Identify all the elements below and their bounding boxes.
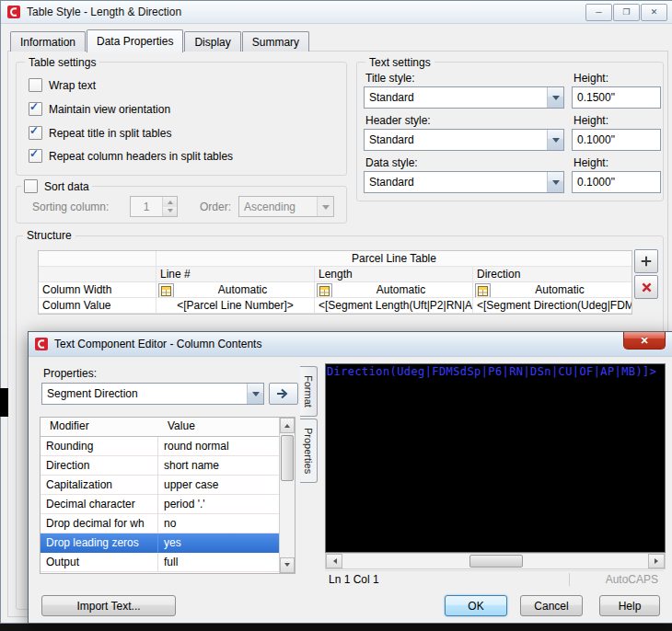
spin-up-icon[interactable] — [163, 197, 177, 207]
column-value-cell[interactable]: <[Segment Length(Uft|P2|RN|A... — [315, 298, 473, 314]
spinner-value: 1 — [131, 197, 162, 216]
tab-properties[interactable]: Properties — [300, 419, 318, 483]
scroll-down-icon[interactable] — [280, 557, 295, 573]
column-value-cell[interactable]: <[Segment Direction(Udeg|FDM... — [473, 298, 631, 314]
arrow-right-icon — [276, 388, 291, 399]
table-row[interactable]: Capitalization upper case — [41, 476, 280, 495]
modifier-cell: Direction — [41, 456, 158, 476]
minimize-button[interactable]: ─ — [585, 4, 612, 21]
scroll-track[interactable] — [280, 433, 295, 557]
value-cell[interactable]: no — [158, 514, 280, 533]
sorting-column-label: Sorting column: — [32, 201, 109, 213]
checkbox-label: Sort data — [44, 180, 89, 193]
tab-information[interactable]: Information — [10, 31, 86, 52]
column-width-picker-button[interactable] — [317, 283, 332, 298]
editor-close-button[interactable]: ✕ — [623, 332, 666, 350]
order-select[interactable]: Ascending — [238, 196, 334, 217]
checkbox-box — [29, 78, 42, 92]
scroll-up-icon[interactable] — [280, 418, 295, 433]
table-row[interactable]: Drop decimal for wh no — [41, 514, 280, 533]
help-button[interactable]: Help — [599, 595, 660, 616]
insert-property-button[interactable] — [269, 383, 298, 405]
checkbox-repeat-title[interactable]: Repeat title in split tables — [29, 126, 171, 140]
plus-icon — [640, 255, 653, 268]
tab-data-properties[interactable]: Data Properties — [87, 29, 183, 52]
value-cell[interactable]: short name — [158, 456, 280, 476]
table-header-row: Line # Length Direction — [39, 267, 631, 282]
column-width-cell[interactable]: Automatic — [156, 282, 315, 298]
vertical-scrollbar[interactable] — [279, 418, 295, 573]
editor-title: Text Component Editor - Column Contents — [54, 338, 261, 350]
value-cell[interactable]: yes — [158, 533, 280, 553]
side-tab-strip: Format Properties — [300, 366, 318, 483]
title-height-input[interactable] — [572, 86, 661, 109]
table-title-cell: Parcel Line Table — [156, 251, 631, 267]
horizontal-scrollbar[interactable] — [325, 553, 666, 569]
combo-value: Standard — [365, 172, 547, 192]
checkbox-wrap-text[interactable]: Wrap text — [29, 78, 96, 92]
scroll-thumb[interactable] — [469, 555, 523, 568]
text-component-editor-dialog: Text Component Editor - Column Contents … — [28, 331, 672, 624]
checkbox-maintain-view-orientation[interactable]: Maintain view orientation — [29, 102, 170, 116]
table-row[interactable]: Output full — [41, 553, 280, 572]
modifier-cell: Rounding — [41, 437, 158, 456]
data-style-label: Data style: — [365, 156, 418, 169]
checkbox-sort-data[interactable]: Sort data — [21, 179, 92, 193]
chevron-down-icon — [247, 384, 263, 404]
header-style-select[interactable]: Standard — [364, 129, 564, 151]
value-cell[interactable]: full — [158, 553, 280, 572]
table-row-selected[interactable]: Drop leading zeros yes — [41, 533, 280, 553]
tab-format[interactable]: Format — [300, 366, 318, 417]
data-style-select[interactable]: Standard — [364, 171, 564, 193]
value-cell[interactable]: upper case — [158, 476, 280, 495]
scroll-right-icon[interactable] — [648, 554, 665, 568]
column-width-cell[interactable]: Automatic — [315, 282, 473, 298]
modifier-table-header: Modifier Value — [41, 418, 280, 437]
properties-select[interactable]: Segment Direction — [41, 383, 264, 405]
column-header-line[interactable]: Line # — [156, 267, 315, 282]
cell-value: Automatic — [535, 283, 584, 296]
column-width-cell[interactable]: Automatic — [473, 282, 631, 298]
column-width-picker-button[interactable] — [158, 283, 174, 298]
sorting-column-spinner[interactable]: 1 — [130, 196, 178, 217]
column-header-direction[interactable]: Direction — [473, 267, 631, 282]
tab-display[interactable]: Display — [184, 31, 240, 52]
column-value-cell[interactable]: <[Parcel Line Number]> — [156, 298, 315, 314]
tab-summary[interactable]: Summary — [242, 31, 309, 52]
checkbox-repeat-column-headers[interactable]: Repeat column headers in split tables — [29, 149, 233, 163]
combo-value: Segment Direction — [42, 384, 247, 404]
checkbox-label: Maintain view orientation — [49, 103, 170, 116]
window-title: Table Style - Length & Direction — [27, 6, 181, 18]
editor-titlebar[interactable]: Text Component Editor - Column Contents — [29, 332, 672, 357]
title-style-select[interactable]: Standard — [364, 86, 564, 109]
checkbox-label: Wrap text — [49, 79, 96, 92]
scroll-left-icon[interactable] — [326, 554, 342, 568]
cancel-button[interactable]: Cancel — [520, 595, 583, 616]
header-height-label: Height: — [574, 114, 608, 127]
autocaps-indicator[interactable]: AutoCAPS — [569, 573, 664, 586]
close-button[interactable]: ✕ — [641, 4, 667, 21]
add-column-button[interactable] — [634, 249, 658, 273]
checkbox-label: Repeat column headers in split tables — [49, 150, 233, 163]
maximize-button[interactable]: ❐ — [613, 4, 640, 21]
ok-button[interactable]: OK — [445, 595, 507, 616]
table-row[interactable]: Decimal character period '.' — [41, 495, 280, 514]
import-text-button[interactable]: Import Text... — [41, 595, 176, 616]
table-style-titlebar[interactable]: Table Style - Length & Direction ─ ❐ ✕ — [1, 1, 672, 24]
scroll-track[interactable] — [342, 554, 648, 568]
header-height-input[interactable] — [572, 129, 661, 151]
table-row[interactable]: Rounding round normal — [41, 437, 280, 456]
table-title-row: Parcel Line Table — [39, 251, 631, 267]
value-cell[interactable]: period '.' — [158, 495, 280, 514]
table-row[interactable]: Direction short name — [41, 456, 280, 476]
app-icon — [6, 5, 21, 19]
column-width-picker-button[interactable] — [475, 283, 491, 298]
data-height-input[interactable] — [572, 171, 661, 193]
empty-cell — [39, 267, 156, 282]
text-editor-area[interactable]: Direction(Udeg|FDMSdSp|P6|RN|DSn|CU|OF|A… — [325, 363, 666, 553]
scroll-thumb[interactable] — [281, 435, 294, 481]
value-cell[interactable]: round normal — [158, 437, 280, 456]
delete-column-button[interactable] — [634, 275, 658, 299]
column-header-length[interactable]: Length — [315, 267, 473, 282]
spin-down-icon[interactable] — [163, 207, 177, 217]
